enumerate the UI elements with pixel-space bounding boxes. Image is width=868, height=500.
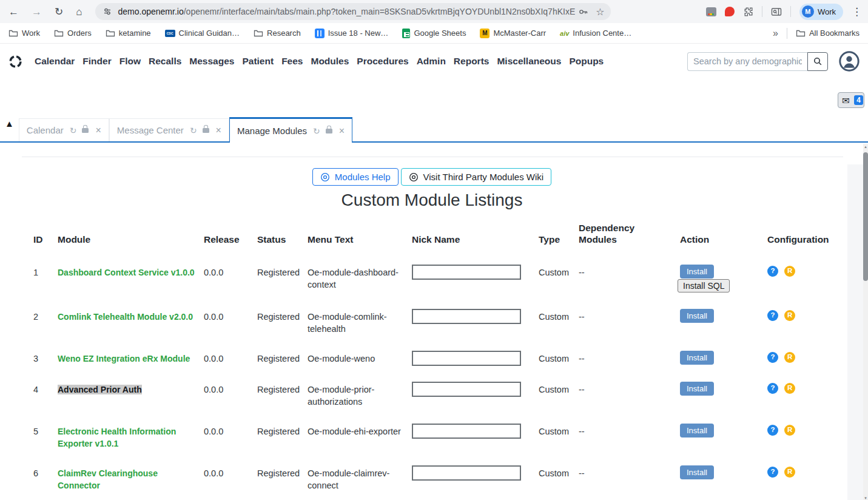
- nick-name-input[interactable]: [412, 265, 521, 280]
- refresh-tab-icon[interactable]: ↻: [190, 126, 197, 135]
- module-link[interactable]: Electronic Health Information Exporter v…: [58, 427, 176, 448]
- unlock-tab-icon[interactable]: [82, 128, 89, 133]
- nav-fees[interactable]: Fees: [281, 56, 303, 67]
- nav-popups[interactable]: Popups: [569, 56, 604, 67]
- close-tab-icon[interactable]: ×: [95, 125, 101, 136]
- install-button[interactable]: Install: [680, 351, 714, 365]
- nav-finder[interactable]: Finder: [82, 56, 111, 67]
- home-icon[interactable]: ⌂: [76, 7, 82, 17]
- refresh-tab-icon[interactable]: ↻: [70, 126, 77, 135]
- site-info-icon[interactable]: [103, 7, 112, 16]
- reset-icon[interactable]: R: [784, 383, 795, 394]
- search-input[interactable]: [687, 52, 807, 71]
- nick-name-input[interactable]: [412, 424, 521, 439]
- tab-manage-modules[interactable]: Manage Modules ↻ ×: [229, 117, 352, 143]
- nav-calendar[interactable]: Calendar: [35, 56, 75, 67]
- module-link[interactable]: Dashboard Context Service v1.0.0: [58, 268, 195, 277]
- bookmark-folder-work[interactable]: Work: [8, 29, 40, 38]
- red-shield-extension-icon[interactable]: [725, 7, 735, 16]
- nav-messages[interactable]: Messages: [189, 56, 234, 67]
- refresh-tab-icon[interactable]: ↻: [313, 126, 320, 136]
- help-icon[interactable]: ?: [767, 352, 778, 363]
- tab-calendar[interactable]: Calendar ↻ ×: [19, 118, 109, 141]
- nick-name-input[interactable]: [412, 382, 521, 397]
- help-icon[interactable]: ?: [767, 310, 778, 321]
- all-bookmarks-button[interactable]: All Bookmarks: [796, 29, 860, 38]
- bookmark-folder-research[interactable]: Research: [254, 29, 301, 38]
- nav-modules[interactable]: Modules: [311, 56, 349, 67]
- user-avatar-icon[interactable]: [839, 51, 860, 72]
- help-icon[interactable]: ?: [767, 425, 778, 436]
- install-button[interactable]: Install: [680, 382, 714, 396]
- nick-name-input[interactable]: [412, 465, 521, 481]
- module-menu-text: Oe-module-prior-authorizations: [308, 366, 412, 408]
- browser-menu-icon[interactable]: ⋮: [852, 7, 862, 17]
- nav-patient[interactable]: Patient: [242, 56, 274, 67]
- bookmark-google-sheets[interactable]: Google Sheets: [402, 29, 466, 38]
- module-link[interactable]: Advanced Prior Auth: [58, 385, 142, 394]
- bookmark-infusion-center[interactable]: aiv Infusion Cente…: [560, 29, 631, 38]
- module-menu-text: Oe-module-claimrev-connect: [308, 450, 412, 492]
- reset-icon[interactable]: R: [784, 352, 795, 363]
- bookmarks-overflow-icon[interactable]: »: [773, 28, 778, 39]
- scroll-up-icon[interactable]: ▴: [863, 144, 868, 150]
- close-tab-icon[interactable]: ×: [339, 126, 345, 137]
- collapse-menu-icon[interactable]: ▲: [5, 119, 14, 128]
- openemr-logo-icon: [8, 55, 22, 69]
- install-button[interactable]: Install: [680, 309, 714, 323]
- reset-icon[interactable]: R: [784, 310, 795, 321]
- nav-flow[interactable]: Flow: [119, 56, 141, 67]
- unlock-tab-icon[interactable]: [326, 129, 332, 133]
- close-tab-icon[interactable]: ×: [216, 125, 221, 136]
- help-icon[interactable]: ?: [767, 266, 778, 277]
- reset-icon[interactable]: R: [784, 425, 795, 436]
- third-party-wiki-button[interactable]: Visit Third Party Modules Wiki: [401, 168, 552, 186]
- install-button[interactable]: Install: [680, 424, 714, 437]
- bookmark-folder-orders[interactable]: Orders: [54, 29, 92, 38]
- install-sql-button[interactable]: Install SQL: [678, 279, 730, 292]
- nav-recalls[interactable]: Recalls: [149, 56, 181, 67]
- nav-reports[interactable]: Reports: [454, 56, 490, 67]
- back-icon[interactable]: ←: [8, 7, 19, 17]
- extensions-puzzle-icon[interactable]: [743, 7, 753, 17]
- col-configuration: Configuration: [767, 220, 843, 249]
- nav-procedures[interactable]: Procedures: [357, 56, 408, 67]
- url-bar[interactable]: demo.openemr.io /openemr/interface/main/…: [95, 3, 611, 20]
- bookmark-clinical-guidance[interactable]: CDC Clinical Guidan…: [165, 29, 240, 38]
- search-button[interactable]: [807, 52, 828, 71]
- forward-icon[interactable]: →: [32, 7, 42, 17]
- install-button[interactable]: Install: [680, 265, 714, 279]
- module-dependency: --: [579, 366, 680, 408]
- col-release: Release: [204, 220, 257, 249]
- help-icon[interactable]: ?: [767, 467, 778, 478]
- nav-admin[interactable]: Admin: [417, 56, 446, 67]
- reset-icon[interactable]: R: [784, 467, 795, 478]
- side-panel-search-icon[interactable]: [771, 7, 782, 17]
- nick-name-input[interactable]: [412, 351, 521, 366]
- scroll-down-icon[interactable]: ▾: [863, 495, 868, 500]
- bookmark-mcmaster-carr[interactable]: M McMaster-Carr: [480, 29, 546, 38]
- modules-help-button[interactable]: Modules Help: [312, 168, 399, 186]
- messages-mail-button[interactable]: ✉ 4: [838, 92, 864, 108]
- bookmark-star-icon[interactable]: ☆: [596, 6, 604, 18]
- screenshot-extension-icon[interactable]: [706, 7, 716, 16]
- aiv-favicon: aiv: [560, 29, 569, 38]
- unlock-tab-icon[interactable]: [203, 128, 209, 133]
- bookmark-issue-18[interactable]: Issue 18 - New…: [315, 29, 389, 38]
- help-icon[interactable]: ?: [767, 383, 778, 394]
- tab-message-center[interactable]: Message Center ↻ ×: [109, 118, 229, 141]
- browser-profile-chip[interactable]: M Work: [799, 4, 843, 20]
- install-button[interactable]: Install: [680, 465, 714, 479]
- module-link[interactable]: Comlink Telehealth Module v2.0.0: [58, 312, 193, 322]
- password-key-icon[interactable]: [578, 7, 588, 17]
- scrollbar-thumb[interactable]: [863, 152, 868, 281]
- nav-miscellaneous[interactable]: Miscellaneous: [497, 56, 561, 67]
- nick-name-input[interactable]: [412, 309, 521, 324]
- content-scrollbar[interactable]: ▴ ▾: [863, 144, 868, 500]
- module-link[interactable]: Weno EZ Integration eRx Module: [58, 354, 190, 363]
- module-link[interactable]: ClaimRev Clearinghouse Connector: [58, 468, 158, 490]
- reload-icon[interactable]: ↻: [55, 7, 63, 17]
- module-release: 0.0.0: [204, 408, 257, 450]
- reset-icon[interactable]: R: [784, 266, 795, 277]
- bookmark-folder-ketamine[interactable]: ketamine: [106, 29, 151, 38]
